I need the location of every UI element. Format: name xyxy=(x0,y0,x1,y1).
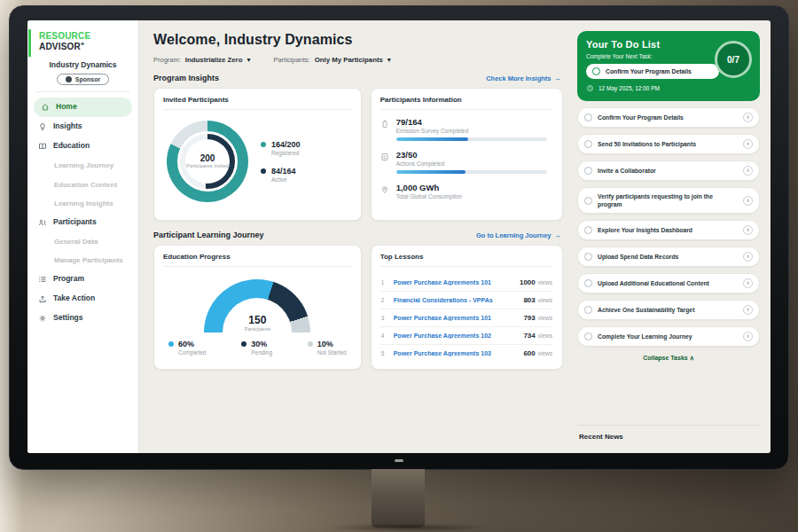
card-title: Invited Participants xyxy=(163,96,352,110)
todo-task[interactable]: Verify participants requesting to join t… xyxy=(577,187,760,214)
chevron-right-icon[interactable]: › xyxy=(743,139,753,149)
section-title-learning-journey: Participant Learning Journey xyxy=(153,231,264,239)
lesson-link[interactable]: Power Purchase Agreements 101 xyxy=(394,279,491,286)
todo-task[interactable]: Complete Your Learning Journey › xyxy=(577,326,760,347)
participants-filter-value: Only My Participants xyxy=(315,56,383,64)
todo-next-task-label: Confirm Your Program Details xyxy=(606,68,692,74)
legend-label: Registered xyxy=(271,150,301,156)
chevron-right-icon[interactable]: › xyxy=(743,305,753,315)
org-name: Industry Dynamics xyxy=(27,60,138,69)
education-progress-card: Education Progress 150 Participants xyxy=(153,245,362,370)
todo-task[interactable]: Explore Your Insights Dashboard › xyxy=(577,220,760,240)
legend-value: 10% xyxy=(317,340,347,348)
upload-box-icon xyxy=(38,294,47,303)
chevron-right-icon[interactable]: › xyxy=(743,166,753,176)
checkbox-icon[interactable] xyxy=(584,113,592,121)
sidebar-item-manage-participants[interactable]: Manage Participants xyxy=(27,251,138,270)
sidebar-item-home[interactable]: Home xyxy=(34,98,132,117)
sidebar-item-participants[interactable]: Participants xyxy=(27,213,138,232)
participants-information-card: Participants Information 79/164 Emission… xyxy=(371,88,563,221)
go-to-learning-journey-link[interactable]: Go to Learning Journey → xyxy=(476,231,561,239)
chevron-right-icon[interactable]: › xyxy=(743,196,753,206)
checkbox-icon[interactable] xyxy=(584,197,592,205)
sidebar-item-label: Education Content xyxy=(54,181,117,189)
chevron-right-icon[interactable]: › xyxy=(743,225,753,235)
sidebar-item-label: Learning Journey xyxy=(54,161,113,169)
chevron-right-icon[interactable]: › xyxy=(743,113,753,122)
todo-task[interactable]: Upload Additional Educational Content › xyxy=(577,273,760,293)
chevron-right-icon[interactable]: › xyxy=(743,332,753,341)
participants-filter-label: Participants: xyxy=(273,56,309,64)
lesson-link[interactable]: Power Purchase Agreements 103 xyxy=(394,350,491,356)
checkbox-icon[interactable] xyxy=(584,253,592,261)
todo-next-task[interactable]: Confirm Your Program Details xyxy=(586,64,719,79)
filter-bar: Program: Industrialize Zero ▾ Participan… xyxy=(153,56,563,64)
legend-item-not-started: 10% Not Started xyxy=(308,340,347,356)
dashboard-screen: RESOURCE ADVISOR+ Industry Dynamics Spon… xyxy=(27,20,771,453)
checkbox-icon[interactable] xyxy=(592,67,600,75)
sidebar-item-education-content[interactable]: Education Content xyxy=(27,176,138,194)
legend-value: 30% xyxy=(251,340,272,348)
checkbox-icon[interactable] xyxy=(584,167,592,175)
todo-task[interactable]: Upload Spend Data Records › xyxy=(577,246,760,267)
map-pin-icon xyxy=(380,184,389,200)
chevron-right-icon[interactable]: › xyxy=(743,252,753,262)
checkbox-icon[interactable] xyxy=(584,226,592,234)
lesson-link[interactable]: Power Purchase Agreements 101 xyxy=(394,315,491,321)
legend-label: Completed xyxy=(178,349,206,356)
link-label: Check More Insights xyxy=(486,74,551,82)
stat-value: 23/50 xyxy=(396,150,553,160)
todo-task[interactable]: Invite a Collaborator › xyxy=(577,160,760,181)
sidebar-item-program[interactable]: Program xyxy=(27,270,138,289)
stand-shadow xyxy=(293,521,523,532)
collapse-tasks-link[interactable]: Collapse Tasks ∧ xyxy=(577,355,760,362)
todo-task[interactable]: Achieve One Sustainability Target › xyxy=(577,300,760,320)
invited-donut: 200 Participants Invited xyxy=(167,121,248,202)
lesson-rank: 2 xyxy=(381,297,387,303)
todo-task[interactable]: Send 50 Invitations to Participants › xyxy=(577,134,760,154)
chevron-down-icon[interactable]: ▾ xyxy=(246,56,250,64)
app-logo: RESOURCE ADVISOR+ xyxy=(28,29,138,57)
sidebar-item-learning-journey[interactable]: Learning Journey xyxy=(27,156,138,175)
lesson-link[interactable]: Power Purchase Agreements 102 xyxy=(394,332,491,339)
views-suffix: views xyxy=(538,315,552,321)
views-suffix: views xyxy=(538,332,552,339)
lightbulb-icon xyxy=(38,122,47,131)
checkbox-icon[interactable] xyxy=(584,279,592,287)
gauge-label: Participants xyxy=(204,326,310,332)
sidebar-item-settings[interactable]: Settings xyxy=(27,309,138,328)
program-filter-value: Industrialize Zero xyxy=(185,56,243,64)
participants-filter[interactable]: Participants: Only My Participants ▾ xyxy=(273,56,390,64)
legend-item-pending: 30% Pending xyxy=(241,340,272,356)
checkbox-icon[interactable] xyxy=(584,140,592,148)
card-title: Top Lessons xyxy=(380,253,553,267)
sidebar-item-general-data[interactable]: General Data xyxy=(27,232,138,251)
checkbox-icon[interactable] xyxy=(584,332,592,340)
check-more-insights-link[interactable]: Check More Insights → xyxy=(486,74,561,82)
lesson-row: 5 Power Purchase Agreements 103 600views xyxy=(380,345,553,362)
sponsor-badge: Sponsor xyxy=(57,74,109,85)
todo-due-label: 12 May 2025, 12:00 PM xyxy=(598,85,660,91)
sidebar-item-label: Insights xyxy=(53,122,82,131)
top-lessons-card: Top Lessons 1 Power Purchase Agreements … xyxy=(371,245,563,370)
chevron-right-icon[interactable]: › xyxy=(743,278,753,288)
list-icon xyxy=(38,275,47,284)
lesson-views: 600 xyxy=(523,349,535,357)
legend-label: Pending xyxy=(251,349,272,356)
program-filter[interactable]: Program: Industrialize Zero ▾ xyxy=(153,56,250,64)
lesson-link[interactable]: Financial Considerations - VPPAs xyxy=(394,297,493,303)
todo-task[interactable]: Confirm Your Program Details › xyxy=(577,107,760,128)
legend-value: 164/200 xyxy=(271,140,301,149)
recent-news-header[interactable]: Recent News xyxy=(577,425,760,446)
chevron-down-icon[interactable]: ▾ xyxy=(387,56,391,64)
photo-background: RESOURCE ADVISOR+ Industry Dynamics Spon… xyxy=(0,0,798,532)
legend-label: Active xyxy=(271,176,296,183)
checkbox-icon[interactable] xyxy=(584,306,592,314)
sidebar-item-education[interactable]: Education xyxy=(27,137,138,156)
sidebar-item-label: Take Action xyxy=(53,294,95,303)
lesson-row: 3 Power Purchase Agreements 101 793views xyxy=(380,309,553,327)
sidebar-item-learning-insights[interactable]: Learning Insights xyxy=(27,194,138,213)
stat-value: 79/164 xyxy=(396,117,553,127)
sidebar-item-take-action[interactable]: Take Action xyxy=(27,289,138,309)
sidebar-item-insights[interactable]: Insights xyxy=(27,117,138,137)
